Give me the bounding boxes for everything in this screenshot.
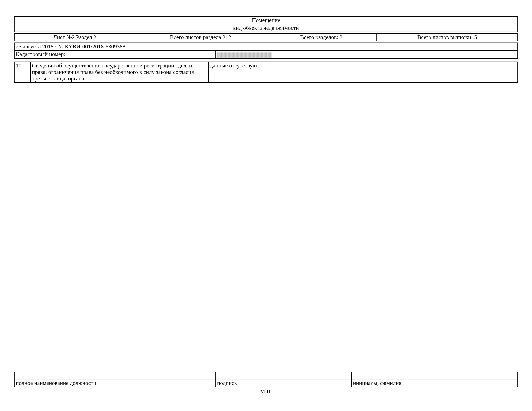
total-sections: Всего разделов: 3: [266, 33, 377, 41]
object-title: Помещение: [14, 16, 518, 24]
sig-label-position: полное наименование должности: [14, 379, 216, 387]
sig-label-name: инициалы, фамилия: [352, 379, 518, 387]
footer-block: полное наименование должности подпись ин…: [14, 372, 518, 395]
sig-blank-3: [352, 372, 518, 379]
sig-blank-1: [14, 372, 216, 379]
stamp-label: М.П.: [14, 388, 518, 395]
counts-table: Лист №2 Раздел 2 Всего листов раздела 2:…: [14, 33, 518, 41]
cadastral-label: Кадастровый номер:: [14, 50, 216, 59]
meta-table: 25 августа 2018г. № КУВИ-001/2018-630938…: [14, 42, 518, 59]
object-subtitle: вид объекта недвижимости: [14, 24, 518, 32]
redacted-icon: [217, 52, 272, 58]
header-table: Помещение вид объекта недвижимости: [14, 16, 518, 32]
signature-table: полное наименование должности подпись ин…: [14, 372, 518, 387]
total-extract-sheets: Всего листов выписки: 5: [377, 33, 518, 41]
sig-label-signature: подпись: [216, 379, 352, 387]
total-section-sheets: Всего листов раздела 2: 2: [135, 33, 266, 41]
row10-label: Сведения об осуществлении государственно…: [30, 62, 209, 82]
date-doc: 25 августа 2018г. № КУВИ-001/2018-630938…: [14, 43, 518, 50]
row10-value: данные отсутствуют: [209, 62, 518, 82]
data-row-10: 10 Сведения об осуществлении государстве…: [14, 61, 518, 83]
cadastral-value: [216, 50, 518, 59]
sig-blank-2: [216, 372, 352, 379]
row10-number: 10: [14, 62, 30, 82]
sheet-section: Лист №2 Раздел 2: [14, 33, 135, 41]
